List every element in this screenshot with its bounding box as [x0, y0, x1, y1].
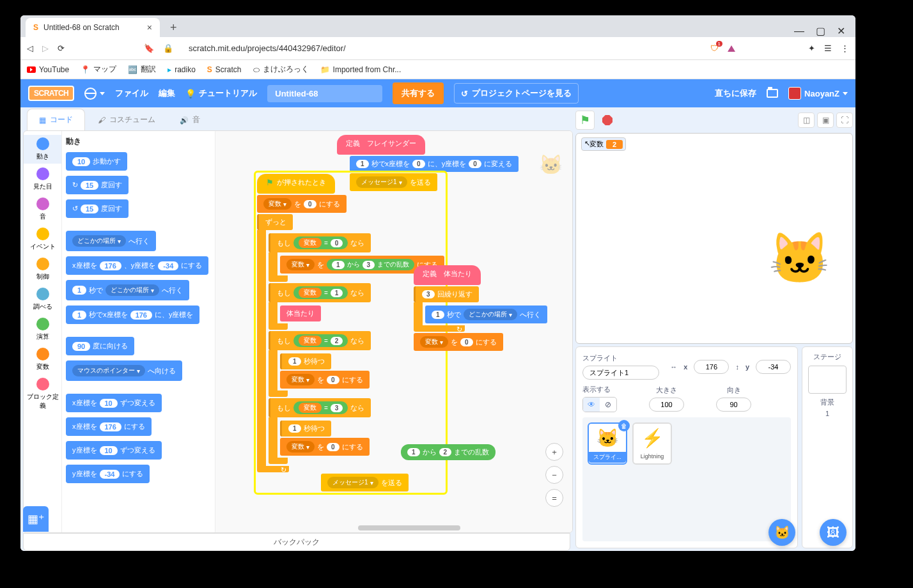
scratch-logo[interactable]: SCRATCH	[28, 86, 74, 101]
block-if-2[interactable]: もし変数=2なら	[269, 331, 371, 350]
sprite-item-1[interactable]: 🗑 🐱 スプライ...	[588, 422, 627, 465]
category-動き[interactable]: 動き	[24, 135, 61, 164]
block-turn-cw[interactable]: ↻15度回す	[66, 176, 129, 194]
reading-list-icon[interactable]: ☰	[824, 43, 832, 53]
horizontal-scrollbar[interactable]	[358, 525, 460, 530]
bookmark-icon[interactable]: 🔖	[144, 43, 154, 53]
sprite-size-input[interactable]	[649, 398, 684, 412]
maximize-button[interactable]: ▢	[816, 25, 825, 37]
sprite-item-2[interactable]: ⚡ Lightning	[632, 422, 672, 465]
tutorials-menu[interactable]: 💡チュートリアル	[185, 88, 257, 99]
browser-menu-icon[interactable]: ⋮	[841, 43, 849, 53]
block-if-3[interactable]: もし変数=3なら	[269, 398, 371, 417]
category-イベント[interactable]: イベント	[24, 225, 61, 254]
close-tab-icon[interactable]: ×	[147, 22, 152, 33]
brave-shield-icon[interactable]: 🛡1	[710, 43, 719, 53]
block-if-0[interactable]: もし変数=0なら	[269, 233, 371, 252]
sprite-x-input[interactable]	[694, 360, 729, 374]
category-変数[interactable]: 変数	[24, 345, 61, 374]
sprite-on-stage[interactable]: 🐱	[769, 229, 831, 288]
block-change-y[interactable]: y座標を10ずつ変える	[66, 441, 162, 460]
bookmark-imported[interactable]: 📁Imported from Chr...	[320, 65, 402, 74]
bookmark-translate[interactable]: 🔤翻訳	[128, 64, 156, 75]
warning-icon[interactable]	[728, 45, 735, 52]
tab-sounds[interactable]: 音	[168, 109, 212, 130]
category-制御[interactable]: 制御	[24, 255, 61, 284]
tab-code[interactable]: ▦コード	[27, 109, 85, 130]
add-backdrop-button[interactable]: 🖼	[820, 519, 847, 546]
file-menu[interactable]: ファイル	[115, 88, 148, 99]
block-glide[interactable]: 1秒でx座標を0に、y座標を0に変える	[350, 156, 519, 172]
when-flag-clicked-hat[interactable]: ⚑が押されたとき	[257, 174, 335, 194]
block-forever[interactable]: ずっと	[257, 214, 293, 230]
user-menu[interactable]: NaoyanZ	[788, 87, 848, 100]
zoom-out-button[interactable]: −	[545, 466, 563, 484]
block-set-var-end[interactable]: 変数▾を0にする	[414, 333, 503, 351]
variable-monitor[interactable]: ↖ 変数 2	[581, 137, 626, 151]
sprite-name-input[interactable]	[582, 366, 659, 380]
category-音[interactable]: 音	[24, 195, 61, 224]
add-sprite-button[interactable]: 🐱	[769, 519, 795, 546]
block-glide-random[interactable]: 1秒でどこかの場所▾へ行く	[425, 306, 547, 323]
show-sprite-button[interactable]: 👁	[583, 398, 600, 412]
block-set-var[interactable]: 変数▾を0にする	[257, 195, 347, 213]
edit-menu[interactable]: 編集	[159, 88, 175, 99]
block-set-y[interactable]: y座標を-34にする	[66, 465, 150, 483]
stop-button[interactable]	[602, 115, 613, 125]
block-glide-to[interactable]: 1秒でどこかの場所▾へ行く	[66, 280, 189, 300]
green-flag-button[interactable]: ⚑	[575, 111, 595, 130]
delete-sprite-icon[interactable]: 🗑	[618, 420, 630, 431]
block-set-var-0[interactable]: 変数▾を0にする	[280, 371, 370, 389]
stage-thumbnail[interactable]	[808, 366, 847, 394]
block-wait[interactable]: 1秒待つ	[280, 353, 331, 369]
zoom-reset-button[interactable]: =	[545, 489, 563, 507]
new-tab-button[interactable]: +	[165, 19, 182, 37]
block-turn-ccw[interactable]: ↺15度回す	[66, 199, 129, 218]
nav-back-icon[interactable]: ◁	[27, 43, 33, 53]
stage-large-button[interactable]: ▣	[817, 112, 834, 128]
reload-icon[interactable]: ⟳	[58, 43, 65, 53]
category-演算[interactable]: 演算	[24, 315, 61, 344]
script-canvas[interactable]: 🐱 定義 フレイサンダー 1秒でx座標を0に、y座標を0に変える メッセージ1▾…	[215, 131, 572, 532]
block-goto[interactable]: どこかの場所▾へ行く	[66, 231, 156, 251]
tab-costumes[interactable]: 🖌コスチューム	[86, 109, 167, 130]
extensions-icon[interactable]: ✦	[808, 43, 815, 53]
sprite-direction-input[interactable]	[716, 398, 751, 412]
block-set-x[interactable]: x座標を176にする	[66, 417, 152, 436]
category-ブロック定義[interactable]: ブロック定義	[24, 375, 61, 413]
block-broadcast-bottom[interactable]: メッセージ1▾を送る	[321, 474, 409, 491]
hide-sprite-button[interactable]: ⊘	[600, 398, 616, 412]
block-change-x[interactable]: x座標を10ずつ変える	[66, 394, 162, 412]
block-repeat[interactable]: 3回繰り返す	[414, 286, 479, 302]
minimize-button[interactable]: —	[794, 26, 804, 37]
my-stuff-icon[interactable]	[767, 89, 778, 98]
block-point-towards[interactable]: マウスのポインター▾へ向ける	[66, 360, 182, 381]
block-goto-xy[interactable]: x座標を176、y座標を-34にする	[66, 256, 208, 275]
bookmark-youtube[interactable]: YouTube	[27, 65, 69, 74]
block-wait-2[interactable]: 1秒待つ	[280, 421, 331, 437]
see-project-page-button[interactable]: ↺プロジェクトページを見る	[454, 83, 579, 104]
block-call-body-hit[interactable]: 体当たり	[280, 306, 321, 321]
block-if-1[interactable]: もし変数=1なら	[269, 283, 371, 302]
block-move-steps[interactable]: 10歩動かす	[66, 152, 127, 171]
share-button[interactable]: 共有する	[393, 82, 444, 104]
block-palette[interactable]: 動き 10歩動かす ↻15度回す ↺15度回す どこかの場所▾へ行く x座標を1…	[62, 131, 215, 532]
stage[interactable]: ↖ 変数 2 🐱	[575, 133, 853, 344]
backpack-bar[interactable]: バックパック	[23, 533, 570, 551]
bookmark-makeblock[interactable]: ⬭まけぶろっく	[253, 64, 309, 75]
project-title-input[interactable]: Untitled-68	[267, 85, 382, 102]
define-hat[interactable]: 定義 フレイサンダー	[337, 135, 425, 155]
stage-small-button[interactable]: ◫	[798, 112, 815, 128]
script-stack-define-2[interactable]: 定義 体当たり 3回繰り返す 1秒でどこかの場所▾へ行く ↻ 変数▾を0にする	[414, 265, 547, 351]
bookmark-radiko[interactable]: ▸radiko	[168, 65, 196, 74]
add-extension-button[interactable]: ▦⁺	[23, 506, 49, 532]
sprite-y-input[interactable]	[756, 360, 791, 374]
close-window-button[interactable]: ✕	[837, 25, 845, 37]
block-glide-xy[interactable]: 1秒でx座標を176に、y座標を	[66, 306, 199, 324]
stage-fullscreen-button[interactable]: ⛶	[836, 112, 853, 128]
block-point-direction[interactable]: 90度に向ける	[66, 337, 134, 355]
bookmark-scratch[interactable]: SScratch	[207, 65, 242, 74]
language-menu[interactable]	[84, 88, 105, 100]
zoom-in-button[interactable]: +	[545, 443, 563, 461]
category-見た目[interactable]: 見た目	[24, 165, 61, 194]
